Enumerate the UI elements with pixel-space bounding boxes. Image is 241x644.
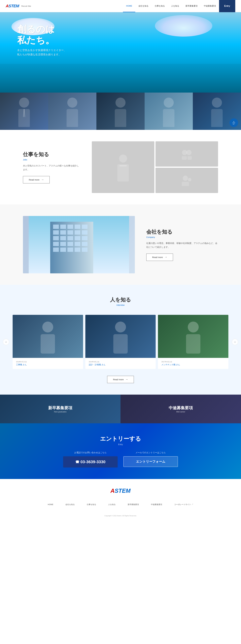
staff-photo-1-inner [0,92,48,130]
svg-rect-45 [60,248,66,252]
footer-nav-jobs[interactable]: 仕事を知る [84,498,99,510]
interview-card-3-year: 2017年4月入社 [162,361,225,363]
footer-nav-new-grad[interactable]: 新卒募集要項 [124,498,142,510]
company-read-more-button[interactable]: Read more → [146,254,173,261]
svg-point-8 [164,98,174,108]
header: ASTEM Recruit Site HOME 会社を知る 仕事を知る 人を知る… [0,0,241,12]
staff-photo-4 [144,92,193,130]
interview-card-2-info: 2014年4月入社 設計・計画職 さん [85,358,156,369]
entry-form-card: メールでのエントリーはこちら エントリーフォーム [123,451,178,468]
svg-rect-40 [60,242,66,246]
company-title-ja: 会社を知る [146,228,218,236]
footer-nav-mid-career[interactable]: 中途募集要項 [148,498,165,510]
mid-career-title-en: Mid-career [169,411,193,413]
company-read-more-label: Read more [152,256,163,258]
slider-prev-button[interactable]: ‹ [3,339,9,345]
svg-rect-50 [40,334,55,354]
interview-title-ja: 人を知る [0,296,241,303]
svg-rect-30 [60,230,66,234]
hero-subtitle-line2: 私たちが快適な生活環境を創ります。 [17,53,61,56]
slider-next-button[interactable]: › [232,339,238,345]
svg-rect-34 [53,236,59,240]
jobs-read-more-button[interactable]: Read more → [23,176,50,184]
mid-career-block[interactable]: 中途募集要項 Mid-career [120,394,241,423]
svg-rect-47 [74,248,80,252]
svg-point-6 [116,98,126,108]
nav-company[interactable]: 会社を知る [135,0,152,12]
page-top-label: PageTop [232,122,235,125]
svg-rect-7 [115,109,126,127]
main-nav: HOME 会社を知る 仕事を知る 人を知る 新卒募集要項 中途募集要項 Entr… [123,0,235,12]
new-grad-block[interactable]: 新卒募集要項 New graduates [0,394,120,423]
interview-card-2-year: 2014年4月入社 [89,361,152,363]
jobs-read-more-arrow: → [41,178,44,181]
svg-rect-35 [60,236,66,240]
svg-rect-48 [82,248,88,252]
svg-rect-20 [182,182,189,186]
svg-rect-11 [211,109,223,127]
svg-point-4 [67,98,77,108]
footer-nav-people[interactable]: 人を知る [105,498,119,510]
svg-point-51 [115,322,126,332]
svg-rect-44 [53,248,59,252]
svg-rect-9 [163,109,174,127]
interview-card-1: 2019年4月入社 工事職 さん [12,315,83,369]
jobs-read-more-label: Read more [29,178,40,181]
interview-card-2-photo [85,315,156,358]
footer: ASTEM HOME 会社を知る 仕事を知る 人を知る 新卒募集要項 中途募集要… [0,479,241,522]
jobs-photo-2 [156,141,218,166]
svg-rect-52 [113,334,128,354]
jobs-title-en: Jobs [23,158,80,161]
interview-card-3-info: 2017年4月入社 メンテナンス職 さん [158,358,228,369]
staff-photo-4-inner [144,92,193,130]
entry-form-label: メールでのエントリーはこちら [123,451,178,454]
svg-point-49 [42,322,53,332]
footer-nav-corporate[interactable]: コーポレートサイト ↗ [171,498,196,510]
svg-rect-25 [60,224,66,229]
footer-nav: HOME 会社を知る 仕事を知る 人を知る 新卒募集要項 中途募集要項 コーポレ… [23,498,218,510]
entry-phone-button[interactable]: ☎ 03-3639-3330 [63,456,118,468]
svg-rect-16 [182,156,187,160]
recruitment-section: 新卒募集要項 New graduates 中途募集要項 Mid-career [0,394,241,423]
svg-rect-39 [53,242,59,246]
entry-form-button[interactable]: エントリーフォーム [123,456,178,467]
entry-title-en: Entry [23,443,218,446]
entry-cta-section: エントリーする Entry お電話でのお問い合わせはこちら ☎ 03-3639-… [0,423,241,479]
company-read-more-arrow: → [164,256,167,259]
company-photo [23,216,135,273]
staff-photo-2 [48,92,96,130]
footer-nav-company[interactable]: 会社を知る [62,498,78,510]
interview-section: 人を知る Interview ‹ 2019年4月入社 工事職 さん [0,285,241,394]
new-grad-title-en: New graduates [48,411,72,413]
page-top-arrow: ▲ [233,121,234,122]
nav-mid-career[interactable]: 中途募集要項 [201,0,219,12]
page-top-button[interactable]: ▲ PageTop [230,118,238,127]
staff-photo-5: ▲ PageTop [193,92,241,130]
nav-people[interactable]: 人を知る [168,0,182,12]
footer-nav-home[interactable]: HOME [44,498,56,510]
interview-read-more-button[interactable]: Read more → [107,376,134,383]
jobs-photo-3 [156,168,218,193]
staff-photo-3-inner [96,92,144,130]
hero-section: 創るのは 私たち。 水と空気を生かす快適環境クリエイター、 私たちが快適な生活環… [0,12,241,92]
jobs-text-block: 仕事を知る Jobs 水と空気のエキスパート、アステムの様々な仕事を紹介します。… [23,151,80,184]
nav-entry-button[interactable]: Entry [219,0,235,12]
mid-career-text: 中途募集要項 Mid-career [169,405,193,413]
hero-subtitle: 水と空気を生かす快適環境クリエイター、 私たちが快適な生活環境を創ります。 [17,48,66,57]
svg-rect-31 [68,230,73,234]
svg-rect-54 [186,334,200,354]
interview-readmore-container: Read more → [0,376,241,383]
nav-home[interactable]: HOME [123,0,135,12]
svg-rect-28 [82,224,88,229]
interview-card-2: 2014年4月入社 設計・計画職 さん [85,315,156,369]
jobs-section: 仕事を知る Jobs 水と空気のエキスパート、アステムの様々な仕事を紹介します。… [0,130,241,204]
staff-photo-strip: ▲ PageTop [0,92,241,130]
company-section: 会社を知る Company 社運の想いや理念、事業内容、研修や社内制度、アステム… [0,204,241,285]
footer-logo: ASTEM [23,488,218,494]
entry-form-button-label: エントリーフォーム [136,460,166,464]
svg-rect-38 [82,236,88,240]
footer-copyright: Copyright © 2022 Astem. All Rights Reser… [23,515,218,516]
nav-jobs[interactable]: 仕事を知る [152,0,168,12]
nav-new-grad[interactable]: 新卒募集要項 [182,0,201,12]
logo: ASTEM Recruit Site [6,4,31,8]
